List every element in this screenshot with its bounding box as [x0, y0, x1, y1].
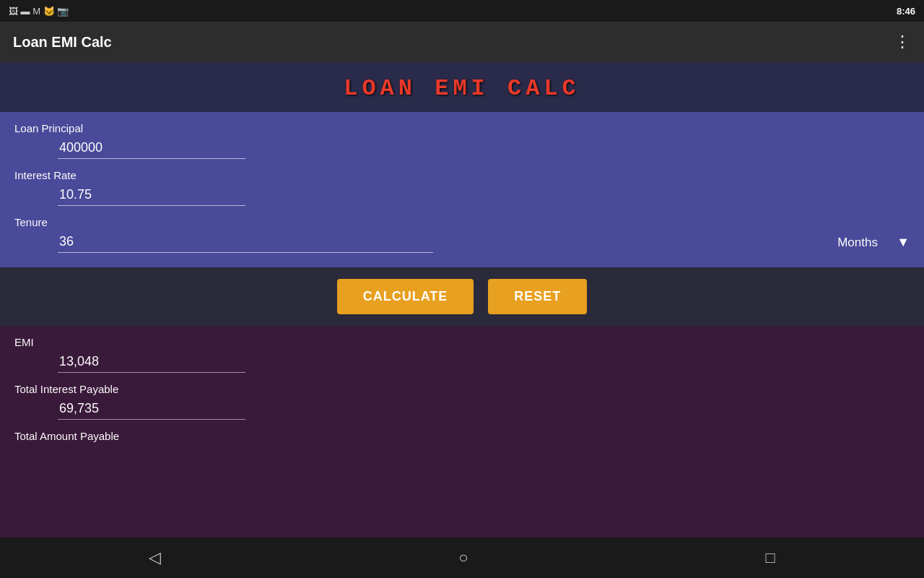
home-button[interactable]: ○ [441, 543, 485, 573]
status-bar: 🖼 ▬ M 🐱 📷 8:46 [0, 0, 924, 22]
calculate-button[interactable]: CALCULATE [337, 279, 474, 314]
total-interest-value: 69,735 [58, 398, 245, 420]
app-banner: LOAN EMI CALC [0, 62, 924, 112]
tenure-label: Tenure [14, 216, 910, 228]
app-banner-title: LOAN EMI CALC [344, 75, 580, 102]
total-interest-label: Total Interest Payable [14, 383, 910, 395]
reset-button[interactable]: RESET [488, 279, 587, 314]
input-section: Loan Principal Interest Rate Tenure Mont… [0, 112, 924, 267]
emi-label: EMI [14, 336, 910, 348]
toolbar: Loan EMI Calc ⋮ [0, 22, 924, 62]
tenure-row: Months Years ▼ [14, 231, 910, 253]
recents-button[interactable]: □ [749, 543, 793, 573]
interest-rate-input[interactable] [58, 184, 245, 206]
dropdown-arrow-icon: ▼ [897, 235, 910, 250]
tenure-unit-select[interactable]: Months Years [837, 236, 892, 249]
total-amount-label: Total Amount Payable [14, 430, 910, 442]
interest-rate-label: Interest Rate [14, 169, 910, 181]
back-button[interactable]: ◁ [131, 543, 178, 573]
emi-value: 13,048 [58, 351, 245, 373]
nav-bar: ◁ ○ □ [0, 538, 924, 578]
results-section: EMI 13,048 Total Interest Payable 69,735… [0, 326, 924, 538]
tenure-unit-wrap[interactable]: Months Years ▼ [837, 235, 910, 253]
overflow-menu-icon[interactable]: ⋮ [894, 33, 911, 51]
status-icons: 🖼 ▬ M 🐱 📷 [9, 6, 69, 17]
button-row: CALCULATE RESET [0, 267, 924, 326]
loan-principal-input[interactable] [58, 137, 245, 159]
tenure-input[interactable] [58, 231, 433, 253]
tenure-left [14, 231, 837, 253]
status-time: 8:46 [897, 6, 915, 17]
toolbar-title: Loan EMI Calc [13, 34, 112, 51]
loan-principal-label: Loan Principal [14, 122, 910, 134]
